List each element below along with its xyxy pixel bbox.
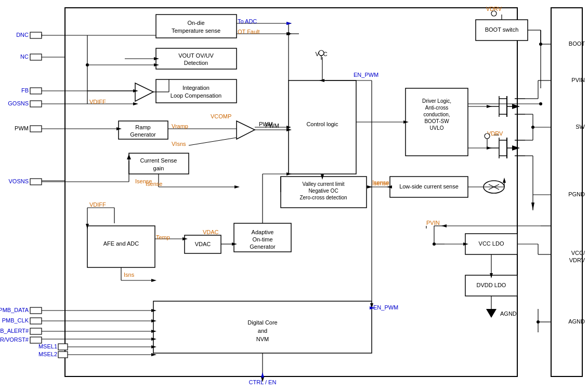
dnc-pin-label: DNC <box>16 32 29 38</box>
svg-point-135 <box>539 102 542 105</box>
isense-right-label: Isense <box>372 179 389 185</box>
vcc-vdrv-pin-label: VCC/ <box>571 250 585 256</box>
ramp-generator-label2: Generator <box>130 131 156 138</box>
boot-pin-label: BOOT <box>569 41 585 47</box>
afe-adc-label: AFE and ADC <box>103 240 139 247</box>
comparator-symbol <box>237 121 255 139</box>
svg-rect-153 <box>30 88 42 94</box>
driver-logic-label4: BOOT-SW <box>424 118 449 124</box>
svg-marker-128 <box>151 353 156 356</box>
en-pwm-top-label: EN_PWM <box>354 72 378 78</box>
svg-point-90 <box>537 320 540 323</box>
diagram-container: On-die Temperature sense VOUT OV/UV Dete… <box>0 0 588 391</box>
vdac-signal-label: VDAC <box>203 229 219 235</box>
svg-marker-55 <box>503 178 506 183</box>
digital-core-label2: and <box>258 328 267 334</box>
comparator-integration <box>135 83 153 101</box>
isns-label: Isns <box>124 272 135 278</box>
digital-core-label: Digital Core <box>247 319 277 326</box>
svg-rect-155 <box>30 126 42 132</box>
vcomp-label: VCOMP <box>211 113 231 119</box>
svg-marker-45 <box>234 185 240 188</box>
svg-marker-111 <box>151 279 156 282</box>
ot-fault-label: OT Fault <box>238 29 260 35</box>
isense-label: Isense <box>135 178 152 184</box>
svg-rect-154 <box>30 101 42 107</box>
pvin-pin-label: PVIN <box>571 77 585 83</box>
svg-rect-157 <box>30 307 42 314</box>
to-adc-label: To ADC <box>238 18 257 24</box>
vcc-vdrv-pin-label2: VDRV <box>569 257 585 263</box>
agnd-pin-label: AGND <box>568 318 585 325</box>
valley-current-label: Valley current limit <box>303 181 345 187</box>
adaptive-label: Adaptive <box>252 229 274 235</box>
svg-point-167 <box>485 133 490 139</box>
digital-core-label3: NVM <box>256 336 269 342</box>
adaptive-label2: On-time <box>252 236 272 242</box>
adaptive-label3: Generator <box>250 244 276 250</box>
driver-logic-label: Driver Logic, <box>422 98 451 104</box>
driver-logic-label5: UVLO <box>429 125 443 131</box>
msel1-label: MSEL1 <box>38 343 57 349</box>
valley-current-label2: Negative OC <box>308 188 338 194</box>
pmb-addr-label: PMB_ADDR/VORST# <box>0 336 29 343</box>
svg-point-73 <box>531 126 534 129</box>
ramp-generator-label: Ramp <box>135 124 150 130</box>
dvdd-ldo-label: DVDD LDO <box>477 282 506 288</box>
vramp-label: Vramp <box>172 123 188 129</box>
temperature-sense-label: On-die <box>187 20 204 26</box>
svg-marker-7 <box>512 104 520 109</box>
pwm-pin-label: PWM <box>15 125 29 131</box>
svg-rect-151 <box>30 32 42 38</box>
svg-marker-87 <box>486 309 496 318</box>
temperature-sense-block <box>156 15 237 38</box>
gosns-pin-label: GOSNS <box>8 100 29 106</box>
svg-marker-59 <box>487 105 492 108</box>
svg-line-40 <box>189 138 237 145</box>
svg-marker-172 <box>261 372 264 377</box>
svg-marker-28 <box>133 102 138 105</box>
vout-detection-block <box>156 48 237 69</box>
svg-rect-156 <box>30 179 42 185</box>
svg-rect-161 <box>58 344 68 350</box>
svg-point-142 <box>287 32 290 35</box>
svg-point-145 <box>86 63 89 66</box>
svg-rect-159 <box>30 328 42 334</box>
pgnd-pin-label: PGND <box>568 191 585 197</box>
vdiff-label: VDIFF <box>89 99 106 105</box>
svg-marker-170 <box>286 22 292 25</box>
pvin-ldo-label: PVIN <box>426 220 440 226</box>
driver-logic-label3: conduction, <box>423 112 450 117</box>
svg-marker-102 <box>441 224 447 227</box>
svg-rect-152 <box>30 54 42 60</box>
vosns-pin-label: VOSNS <box>8 178 29 184</box>
current-sense-label2: gain <box>153 165 164 171</box>
control-logic-block <box>289 80 356 174</box>
ctrl-en-label: CTRL / EN <box>249 379 277 385</box>
driver-logic-label2: Anti-cross <box>425 105 448 111</box>
afe-adc-block <box>87 226 155 267</box>
svg-point-164 <box>319 50 324 56</box>
sw-pin-label: SW <box>576 124 585 130</box>
pwm-out-label: PWM <box>259 121 273 127</box>
integration-loop-label2: Loop Compensation <box>171 92 221 99</box>
smb-alert-label: SMB_ALERT# <box>0 328 29 334</box>
vdiff-afe-label: VDIFF <box>89 201 106 208</box>
pmb-clk-label: PMB_CLK <box>2 317 29 323</box>
msel2-label: MSEL2 <box>38 351 57 357</box>
current-sense-label: Current Sense <box>140 157 177 164</box>
fb-pin-label: FB <box>21 87 29 93</box>
svg-rect-158 <box>30 318 42 324</box>
svg-point-166 <box>491 11 496 16</box>
integration-loop-label: Integration <box>182 85 210 91</box>
temperature-sense-label2: Temperature sense <box>172 28 220 34</box>
vcc-ldo-label: VCC LDO <box>479 240 504 247</box>
svg-rect-162 <box>58 352 68 358</box>
pmb-data-label: PMB_DATA <box>0 307 29 313</box>
svg-rect-160 <box>30 337 42 343</box>
svg-marker-16 <box>512 145 520 151</box>
vdac-label: VDAC <box>195 241 211 247</box>
nc-pin-label: NC <box>20 53 29 60</box>
visns-label: VIsns <box>172 141 186 147</box>
integration-loop-block <box>156 79 237 103</box>
